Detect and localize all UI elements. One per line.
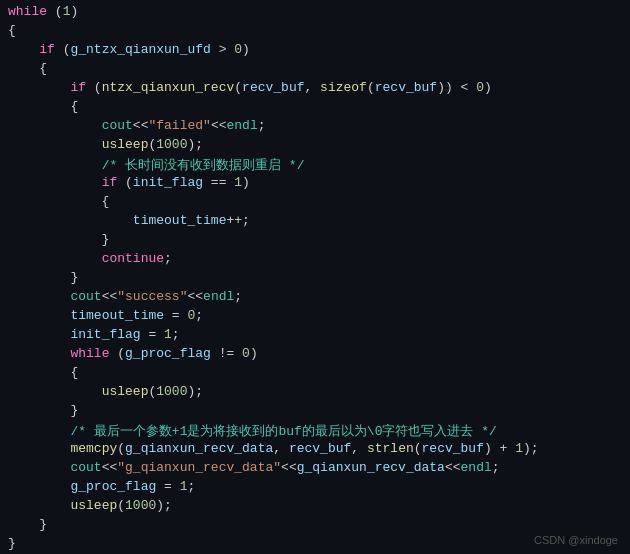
code-line-19: while (g_proc_flag != 0) bbox=[0, 346, 630, 365]
code-line-17: timeout_time = 0; bbox=[0, 308, 630, 327]
watermark-text: CSDN @xindoge bbox=[534, 534, 618, 546]
code-line-26: g_proc_flag = 1; bbox=[0, 479, 630, 498]
code-line-18: init_flag = 1; bbox=[0, 327, 630, 346]
code-line-25: cout<<"g_qianxun_recv_data"<<g_qianxun_r… bbox=[0, 460, 630, 479]
keyword-while: while bbox=[8, 4, 47, 19]
code-line-22: } bbox=[0, 403, 630, 422]
code-line-20: { bbox=[0, 365, 630, 384]
code-line-12: timeout_time++; bbox=[0, 213, 630, 232]
code-line-13: } bbox=[0, 232, 630, 251]
code-line-7: cout<<"failed"<<endl; bbox=[0, 118, 630, 137]
code-line-24: memcpy(g_qianxun_recv_data, recv_buf, st… bbox=[0, 441, 630, 460]
code-line-5: if (ntzx_qianxun_recv(recv_buf, sizeof(r… bbox=[0, 80, 630, 99]
code-line-11: { bbox=[0, 194, 630, 213]
code-line-3: if (g_ntzx_qianxun_ufd > 0) bbox=[0, 42, 630, 61]
code-line-14: continue; bbox=[0, 251, 630, 270]
code-line-9: /* 长时间没有收到数据则重启 */ bbox=[0, 156, 630, 175]
code-line-4: { bbox=[0, 61, 630, 80]
code-line-15: } bbox=[0, 270, 630, 289]
code-editor: while (1) { if (g_ntzx_qianxun_ufd > 0) … bbox=[0, 0, 630, 554]
code-line-1: while (1) bbox=[0, 4, 630, 23]
code-line-27: usleep(1000); bbox=[0, 498, 630, 517]
code-line-2: { bbox=[0, 23, 630, 42]
code-line-8: usleep(1000); bbox=[0, 137, 630, 156]
code-line-21: usleep(1000); bbox=[0, 384, 630, 403]
code-line-23: /* 最后一个参数+1是为将接收到的buf的最后以为\0字符也写入进去 */ bbox=[0, 422, 630, 441]
code-line-6: { bbox=[0, 99, 630, 118]
code-line-10: if (init_flag == 1) bbox=[0, 175, 630, 194]
code-line-16: cout<<"success"<<endl; bbox=[0, 289, 630, 308]
